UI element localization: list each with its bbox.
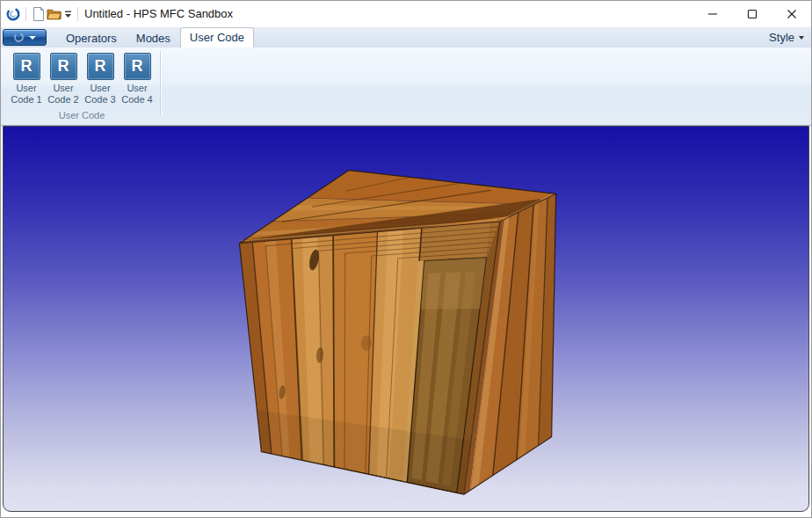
separator — [77, 7, 78, 21]
tab-modes[interactable]: Modes — [127, 28, 180, 47]
r-letter-icon: R — [13, 53, 40, 80]
close-icon — [787, 9, 797, 19]
minimize-button[interactable] — [692, 1, 732, 26]
tab-user-code[interactable]: User Code — [180, 27, 254, 47]
tab-operators[interactable]: Operators — [56, 28, 127, 47]
minimize-icon — [707, 9, 718, 19]
r-letter-icon: R — [50, 53, 77, 80]
user-code-2-button[interactable]: RUserCode 2 — [45, 53, 82, 111]
style-dropdown[interactable]: Style — [769, 27, 804, 47]
application-menu-button[interactable] — [3, 29, 47, 46]
separator — [25, 7, 26, 21]
user-code-3-button[interactable]: RUserCode 3 — [82, 53, 119, 111]
button-label: UserCode 3 — [82, 83, 119, 106]
3d-scene[interactable] — [4, 127, 808, 511]
maximize-button[interactable] — [732, 1, 772, 26]
window-title: Untitled - HPS MFC Sandbox — [84, 1, 233, 27]
user-code-1-button[interactable]: RUserCode 1 — [8, 53, 45, 111]
ribbon-panel: RUserCode 1RUserCode 2RUserCode 3RUserCo… — [1, 47, 811, 126]
style-label: Style — [769, 31, 794, 44]
chevron-down-icon — [799, 36, 804, 40]
open-folder-icon[interactable] — [47, 6, 62, 22]
user-code-4-button[interactable]: RUserCode 4 — [119, 53, 156, 111]
app-logo-icon — [5, 6, 21, 22]
r-letter-icon: R — [124, 53, 151, 80]
qat-dropdown-icon[interactable] — [62, 6, 73, 22]
new-document-icon[interactable] — [31, 6, 47, 22]
chevron-down-icon — [29, 36, 36, 40]
ribbon-tab-row: OperatorsModesUser Code Style — [1, 27, 811, 47]
ribbon-group-label: User Code — [4, 110, 159, 120]
app-logo-icon — [13, 32, 25, 43]
quick-access-toolbar — [5, 1, 83, 27]
tab-list: OperatorsModesUser Code — [56, 27, 254, 47]
titlebar: Untitled - HPS MFC Sandbox — [1, 1, 811, 27]
window-controls — [692, 1, 811, 26]
button-label: UserCode 2 — [45, 83, 82, 106]
group-separator — [160, 51, 161, 116]
3d-viewport[interactable] — [3, 126, 809, 512]
button-label: UserCode 4 — [119, 83, 156, 106]
close-button[interactable] — [772, 1, 811, 26]
app-window: Untitled - HPS MFC Sandbox — [0, 0, 812, 518]
button-label: UserCode 1 — [8, 83, 45, 106]
r-letter-icon: R — [87, 53, 114, 80]
maximize-icon — [747, 9, 758, 19]
